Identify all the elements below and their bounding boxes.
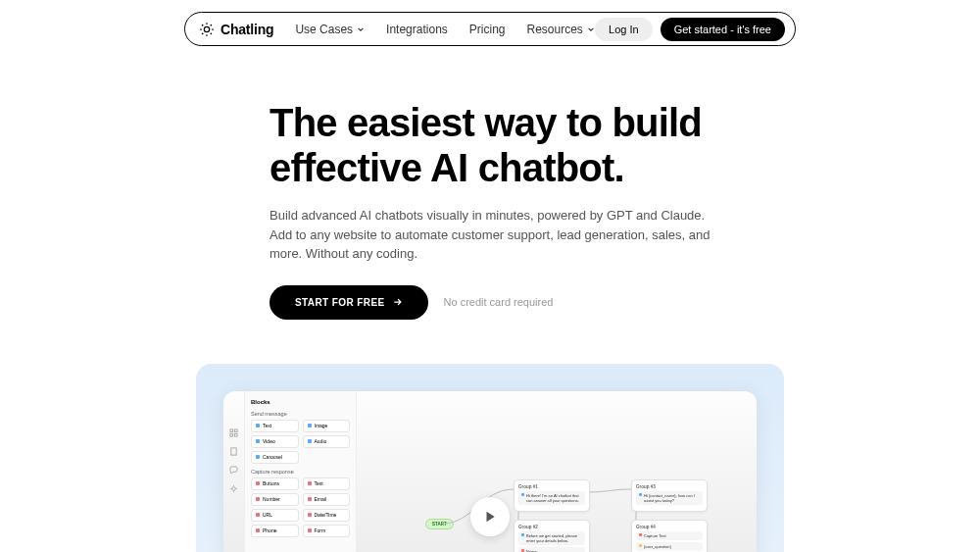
block-chip[interactable]: Form: [303, 525, 351, 537]
arrow-right-icon: [393, 297, 403, 307]
hero-note: No credit card required: [444, 296, 554, 308]
block-chip[interactable]: Image: [303, 420, 351, 432]
svg-point-6: [210, 24, 212, 25]
flow-canvas[interactable]: START Group #1Hi there! I'm an AI chatbo…: [357, 391, 757, 553]
svg-point-3: [200, 28, 202, 30]
svg-rect-11: [230, 433, 233, 436]
play-video-button[interactable]: [470, 497, 510, 536]
demo-preview-frame: Blocks Send messageTextImageVideoAudioCa…: [196, 364, 784, 553]
block-chip[interactable]: Phone: [251, 525, 299, 537]
flow-connector: [588, 484, 637, 514]
svg-point-14: [232, 486, 236, 490]
nav-use-cases[interactable]: Use Cases: [295, 23, 365, 36]
nav-pricing[interactable]: Pricing: [469, 23, 506, 36]
svg-point-1: [206, 23, 208, 25]
nav-resources[interactable]: Resources: [527, 23, 595, 36]
svg-rect-10: [234, 428, 237, 431]
chevron-down-icon: [357, 25, 365, 33]
play-icon: [483, 510, 497, 524]
logo-text: Chatling: [220, 22, 273, 37]
block-chip[interactable]: Text: [303, 477, 351, 490]
flow-group-card[interactable]: Group #4Capture Text{user_question}: [631, 520, 708, 553]
block-chip[interactable]: Buttons: [251, 477, 299, 490]
block-chip[interactable]: Video: [251, 435, 299, 448]
settings-icon[interactable]: [229, 484, 238, 493]
chevron-down-icon: [587, 25, 595, 33]
block-chip[interactable]: Email: [303, 493, 351, 506]
login-button[interactable]: Log In: [595, 18, 653, 41]
panel-section-label: Capture response: [251, 469, 350, 475]
nav-links: Use Cases Integrations Pricing Resources: [295, 23, 594, 36]
svg-point-7: [202, 32, 204, 34]
svg-rect-13: [231, 447, 236, 454]
block-chip[interactable]: URL: [251, 509, 299, 522]
svg-point-8: [210, 32, 212, 34]
flow-group-card[interactable]: Group #3Hi {contact_name}, how can I ass…: [631, 479, 708, 512]
block-chip[interactable]: Carousel: [251, 451, 299, 464]
start-node[interactable]: START: [425, 519, 454, 529]
panel-section-label: Send message: [251, 411, 350, 417]
block-chip[interactable]: Audio: [303, 435, 351, 448]
blocks-panel: Blocks Send messageTextImageVideoAudioCa…: [245, 391, 357, 553]
builder-app-shell: Blocks Send messageTextImageVideoAudioCa…: [223, 391, 757, 553]
document-icon[interactable]: [229, 447, 238, 456]
svg-point-5: [202, 24, 204, 25]
builder-rail: [223, 391, 245, 553]
nav-integrations[interactable]: Integrations: [386, 23, 448, 36]
start-for-free-button[interactable]: START FOR FREE: [270, 285, 428, 320]
flow-group-card[interactable]: Group #1Hi there! I'm an AI chatbot that…: [514, 479, 590, 512]
svg-point-2: [206, 34, 208, 36]
block-chip[interactable]: Date/Time: [303, 509, 351, 522]
header-nav-bar: Chatling Use Cases Integrations Pricing …: [184, 12, 796, 46]
logo[interactable]: Chatling: [199, 22, 273, 37]
block-chip[interactable]: Number: [251, 493, 299, 506]
get-started-button[interactable]: Get started - it's free: [661, 18, 785, 41]
chat-icon[interactable]: [229, 466, 238, 475]
svg-rect-9: [230, 428, 233, 431]
flow-group-card[interactable]: Group #2Before we get started, please en…: [514, 520, 590, 553]
svg-point-4: [212, 28, 214, 30]
svg-point-0: [204, 26, 209, 31]
blocks-panel-title: Blocks: [251, 399, 350, 405]
dashboard-icon[interactable]: [229, 428, 238, 437]
chatling-logo-icon: [199, 22, 215, 37]
hero-section: The easiest way to build effective AI ch…: [270, 100, 710, 320]
hero-subtitle: Build advanced AI chatbots visually in m…: [270, 206, 710, 264]
svg-rect-12: [234, 433, 237, 436]
hero-title: The easiest way to build effective AI ch…: [270, 100, 710, 190]
block-chip[interactable]: Text: [251, 420, 299, 432]
